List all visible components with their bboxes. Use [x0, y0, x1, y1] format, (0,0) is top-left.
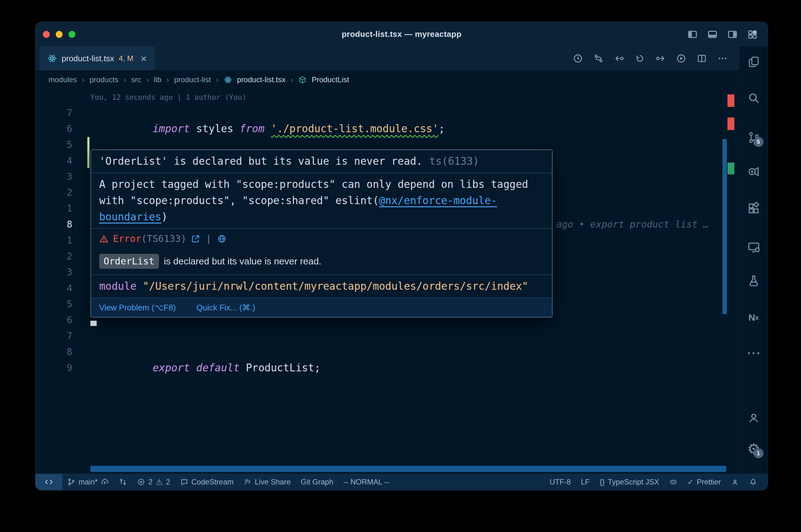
keyword-import: import: [153, 122, 196, 135]
account-icon[interactable]: [746, 411, 762, 425]
vscode-window: product-list.tsx — myreactapp: [35, 22, 768, 490]
customize-layout-icon[interactable]: [747, 29, 758, 40]
breadcrumb-item-modules[interactable]: modules: [49, 75, 77, 84]
bell-icon: [749, 478, 757, 486]
notifications-item[interactable]: [744, 474, 762, 490]
git-graph-item[interactable]: Git Graph: [296, 474, 338, 490]
breadcrumb-item-product-list[interactable]: product-list: [174, 75, 211, 84]
line-number[interactable]: 4: [35, 153, 90, 169]
line-number[interactable]: 1: [35, 201, 90, 216]
prettier-item[interactable]: ✓ Prettier: [682, 474, 726, 490]
gitlens-authors-lens[interactable]: You, 12 seconds ago | 1 author (You): [90, 90, 247, 105]
quick-fix-action[interactable]: Quick Fix... (⌘.): [197, 302, 255, 313]
codestream-item[interactable]: CodeStream: [175, 474, 239, 490]
breadcrumb-separator: ›: [216, 75, 219, 85]
line-number[interactable]: 5: [35, 137, 90, 153]
test-beaker-icon[interactable]: [746, 273, 762, 288]
code-line-import-styles[interactable]: import styles from './product-list.modul…: [90, 105, 445, 121]
breadcrumb-item-file[interactable]: product-list.tsx: [237, 75, 286, 84]
line-number[interactable]: 3: [35, 169, 90, 185]
line-number[interactable]: 2: [35, 248, 90, 264]
current-line-number[interactable]: 8: [35, 216, 90, 232]
keyword-from: from: [240, 122, 271, 135]
close-window-button[interactable]: [43, 31, 50, 38]
line-number[interactable]: 7: [35, 328, 90, 344]
line-number[interactable]: 4: [35, 280, 90, 296]
restore-icon[interactable]: [635, 53, 645, 64]
horizontal-scrollbar-thumb[interactable]: [90, 466, 726, 472]
run-icon[interactable]: [676, 53, 687, 64]
globe-icon[interactable]: [217, 234, 226, 244]
extensions-icon[interactable]: [746, 201, 762, 216]
settings-gear-icon[interactable]: ⚙ 1: [746, 441, 762, 456]
line-number[interactable]: 8: [35, 344, 90, 360]
toggle-panel-icon[interactable]: [707, 29, 718, 40]
ts-diagnostic-code: ts(6133): [429, 155, 479, 167]
search-icon[interactable]: [746, 91, 762, 106]
line-number[interactable]: 6: [35, 312, 90, 328]
breadcrumb-item-symbol[interactable]: ProductList: [312, 75, 349, 84]
line-number[interactable]: 5: [35, 296, 90, 312]
eol-item[interactable]: LF: [576, 474, 595, 490]
vertical-scrollbar-thumb[interactable]: [723, 139, 727, 314]
line-number[interactable]: 9: [35, 360, 90, 376]
line-number[interactable]: 6: [35, 121, 90, 137]
next-change-icon[interactable]: [655, 53, 666, 64]
tab-product-list[interactable]: product-list.tsx 4, M ×: [39, 46, 155, 70]
traffic-lights: [43, 22, 75, 46]
status-bar: main* 2 ⚠ 2 Code: [35, 474, 768, 490]
git-branch-icon: [67, 478, 75, 486]
view-problem-action[interactable]: View Problem (⌥F8): [99, 302, 176, 313]
close-icon[interactable]: ×: [141, 53, 147, 64]
breadcrumb-item-products[interactable]: products: [90, 75, 118, 84]
open-changes-icon[interactable]: [593, 53, 604, 64]
git-branch-item[interactable]: main*: [62, 474, 114, 490]
more-views-icon[interactable]: ⋯: [746, 345, 762, 360]
more-actions-icon[interactable]: [717, 53, 728, 64]
previous-change-icon[interactable]: [614, 53, 624, 64]
cloud-upload-icon: [101, 478, 109, 486]
timeline-icon[interactable]: [572, 53, 583, 64]
brackets-icon: {}: [600, 478, 604, 486]
feedback-item[interactable]: [726, 474, 744, 490]
source-control-icon[interactable]: 5: [746, 130, 762, 145]
line-number[interactable]: 7: [35, 105, 90, 121]
code-editor[interactable]: 7 6 5 4 3 2 1 8 1 2 3 4 5 6 7 8 9: [35, 89, 739, 474]
language-mode-item[interactable]: {} TypeScript JSX: [595, 474, 664, 490]
line-number[interactable]: 3: [35, 264, 90, 280]
split-editor-icon[interactable]: [696, 53, 707, 64]
vim-mode-item[interactable]: -- NORMAL --: [338, 474, 394, 490]
breadcrumb-separator: ›: [166, 75, 169, 85]
diagnostics-hover-tooltip: 'OrderList' is declared but its value is…: [90, 149, 552, 318]
identifier-styles: styles: [196, 122, 240, 135]
live-share-item[interactable]: Live Share: [238, 474, 296, 490]
compare-changes-item[interactable]: [114, 474, 132, 490]
hover-resize-grip[interactable]: [90, 321, 97, 326]
tab-bar: product-list.tsx 4, M ×: [35, 46, 739, 71]
encoding-item[interactable]: UTF-8: [544, 474, 576, 490]
keyword-default: default: [196, 362, 246, 374]
explorer-icon[interactable]: [746, 54, 762, 70]
minimize-window-button[interactable]: [56, 31, 62, 38]
remote-explorer-icon[interactable]: [746, 240, 762, 255]
react-icon: [48, 54, 57, 63]
tab-problems-modified-badge: 4, M: [119, 54, 133, 63]
line-number[interactable]: 2: [35, 185, 90, 201]
run-debug-icon[interactable]: [746, 164, 762, 179]
external-link-icon[interactable]: [191, 234, 200, 244]
zoom-window-button[interactable]: [69, 31, 75, 38]
breadcrumb-item-src[interactable]: src: [131, 75, 141, 84]
line-number[interactable]: 1: [35, 232, 90, 248]
problems-item[interactable]: 2 ⚠ 2: [132, 474, 175, 490]
remote-indicator[interactable]: [35, 474, 62, 490]
toggle-primary-sidebar-icon[interactable]: [687, 29, 698, 40]
code-line-export-default[interactable]: export default ProductList;: [90, 344, 321, 360]
breadcrumb-item-lib[interactable]: lib: [154, 75, 161, 84]
toggle-secondary-sidebar-icon[interactable]: [727, 29, 738, 40]
copilot-item[interactable]: [664, 474, 682, 490]
nx-console-icon[interactable]: Nx: [746, 310, 762, 325]
eol-label: LF: [581, 478, 589, 486]
warning-count: 2: [166, 478, 170, 486]
hover-actions: View Problem (⌥F8) Quick Fix... (⌘.): [91, 298, 552, 317]
breadcrumb-separator: ›: [123, 75, 126, 85]
